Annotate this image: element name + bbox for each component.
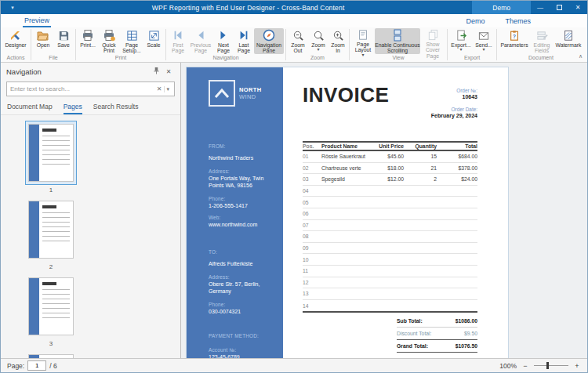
- show-cover-page-button: Show Cover Page: [420, 28, 445, 54]
- close-panel-icon[interactable]: ✕: [162, 68, 175, 75]
- zoom-button[interactable]: Zoom ▾: [308, 28, 328, 54]
- first-page-icon: [172, 29, 183, 42]
- zoom-in-button[interactable]: Zoom In: [328, 28, 347, 54]
- last-page-button[interactable]: Last Page: [234, 28, 254, 54]
- quick-access-dropdown-icon[interactable]: ▾: [1, 5, 24, 11]
- zoom-out-slider-button[interactable]: −: [521, 362, 529, 370]
- sub-total-value: $1086.00: [456, 318, 477, 324]
- save-button[interactable]: Save: [53, 28, 74, 54]
- tab-document-map[interactable]: Document Map: [7, 103, 53, 114]
- document-preview-area[interactable]: NORTH WIND FROM: Northwind Traders Addre…: [181, 63, 587, 358]
- zoom-slider[interactable]: [534, 365, 568, 366]
- order-no-value: 10643: [431, 94, 477, 100]
- watermark-icon: [563, 29, 574, 42]
- thumbnail-blue-band: [29, 278, 39, 335]
- to-phone: 030-0074321: [209, 308, 278, 315]
- search-options-dropdown-icon[interactable]: ▾: [164, 86, 171, 92]
- themes-link[interactable]: Themes: [505, 17, 531, 27]
- grand-total-value: $1076.50: [456, 343, 477, 349]
- designer-button[interactable]: Designer: [2, 28, 29, 54]
- zoom-out-button[interactable]: Zoom Out: [288, 28, 308, 54]
- thumbnail-body: [39, 201, 73, 258]
- page-number-input[interactable]: [27, 360, 46, 371]
- send-button[interactable]: Send... ▾: [473, 28, 495, 54]
- order-date-value: February 29, 2024: [431, 113, 477, 118]
- parameters-button[interactable]: ? Parameters: [499, 28, 530, 54]
- page-thumbnail[interactable]: 4: [25, 351, 77, 358]
- ribbon-group-export: Export... ▾ Send... ▾ Export: [449, 28, 495, 62]
- invoice-content: INVOICE Order №: 10643 Order Date: Febru…: [283, 67, 508, 358]
- tab-pages[interactable]: Pages: [64, 103, 82, 114]
- show-cover-page-icon: [427, 29, 439, 41]
- search-box[interactable]: ✕ ▾: [6, 81, 175, 96]
- logo-text-line1: NORTH: [239, 86, 262, 93]
- open-button[interactable]: Open: [33, 28, 53, 54]
- payment-method-label: PAYMENT METHOD:: [209, 333, 278, 339]
- ribbon-separator: [349, 29, 350, 60]
- invoice-table-row: 07: [303, 220, 477, 232]
- invoice-table-row: 02 Chartreuse verte $18.00 21 $378.00: [303, 163, 477, 175]
- ribbon-separator: [165, 29, 166, 60]
- page-thumbnail[interactable]: 3: [25, 274, 77, 347]
- page-setup-grid-icon: [126, 29, 138, 42]
- collapse-ribbon-icon[interactable]: ∧: [579, 53, 583, 60]
- invoice-table-row: 13: [303, 288, 477, 300]
- from-address-label: Address:: [209, 168, 278, 174]
- invoice-table-row: 14: [303, 300, 477, 312]
- ribbon-group-actions: Designer Actions: [2, 28, 29, 62]
- page-thumbnail-preview: [28, 201, 74, 259]
- ribbon-group-view: Page Layout ▾ Enable Continuous Scrollin…: [351, 28, 445, 62]
- invoice-blue-band: NORTH WIND FROM: Northwind Traders Addre…: [187, 67, 283, 358]
- export-button[interactable]: Export... ▾: [449, 28, 473, 54]
- export-icon: [456, 29, 467, 42]
- thumbnail-list[interactable]: 1 2 3: [1, 114, 180, 358]
- enable-continuous-scrolling-button[interactable]: Enable Continuous Scrolling: [375, 28, 420, 54]
- next-page-button[interactable]: Next Page: [213, 28, 234, 54]
- status-bar: Page: / 6 100% − +: [1, 358, 587, 372]
- ribbon-group-document: ? Parameters Editing Fields Watermark Do…: [499, 28, 583, 62]
- invoice-table-row: 12: [303, 277, 477, 289]
- invoice-table-row: 06: [303, 208, 477, 220]
- page-thumbnail[interactable]: 1: [25, 121, 77, 194]
- page-layout-button[interactable]: Page Layout ▾: [351, 28, 375, 54]
- zoom-slider-thumb[interactable]: [546, 362, 549, 369]
- from-web: www.northwind.com: [209, 221, 278, 228]
- demo-link[interactable]: Demo: [466, 17, 485, 27]
- watermark-button[interactable]: Watermark: [554, 28, 583, 54]
- close-button[interactable]: ✕: [568, 1, 587, 14]
- navigation-panel-title: Navigation: [6, 67, 150, 76]
- quick-print-button[interactable]: Quick Print: [98, 28, 120, 54]
- save-floppy-icon: [58, 29, 70, 42]
- open-folder-icon: [37, 29, 49, 42]
- printer-icon: [82, 29, 94, 42]
- page-setup-button[interactable]: Page Setup...: [120, 28, 143, 54]
- tab-preview[interactable]: Preview: [23, 16, 51, 27]
- clear-search-icon[interactable]: ✕: [154, 85, 165, 92]
- app-window: ▾ WPF Reporting with End User Designer -…: [0, 0, 588, 373]
- svg-text:?: ?: [513, 33, 516, 38]
- page-thumbnail[interactable]: 2: [25, 197, 77, 270]
- window-title: WPF Reporting with End User Designer - C…: [24, 4, 472, 12]
- from-phone-label: Phone:: [209, 196, 278, 201]
- ribbon-group-print: Print... Quick Print Page Setup... Scale…: [78, 28, 164, 62]
- print-button[interactable]: Print...: [78, 28, 98, 54]
- dropdown-arrow-icon: ▾: [459, 48, 462, 52]
- demo-badge[interactable]: Demo: [472, 1, 531, 14]
- minimize-button[interactable]: —: [531, 1, 550, 14]
- dropdown-arrow-icon: ▾: [482, 48, 485, 52]
- group-label-navigation: Navigation: [168, 54, 284, 62]
- zoom-in-slider-button[interactable]: +: [573, 362, 581, 370]
- tab-search-results[interactable]: Search Results: [93, 103, 139, 114]
- invoice-table-row: 01 Rössle Sauerkraut $45.60 15 $684.00: [303, 151, 477, 163]
- maximize-button[interactable]: [550, 1, 568, 14]
- pin-icon[interactable]: [150, 67, 162, 76]
- navigation-pane-button[interactable]: Navigation Pane: [254, 28, 284, 54]
- navigation-pane-compass-icon: [263, 29, 275, 42]
- search-input[interactable]: [10, 85, 154, 92]
- scale-button[interactable]: Scale: [143, 28, 164, 54]
- thumbnail-blue-band: [29, 201, 39, 258]
- to-phone-label: Phone:: [209, 302, 278, 307]
- account-label: Account №:: [209, 347, 278, 353]
- invoice-table-row: 03 Spegesild $12.00 2 $24.00: [303, 174, 477, 186]
- scale-icon: [148, 29, 160, 42]
